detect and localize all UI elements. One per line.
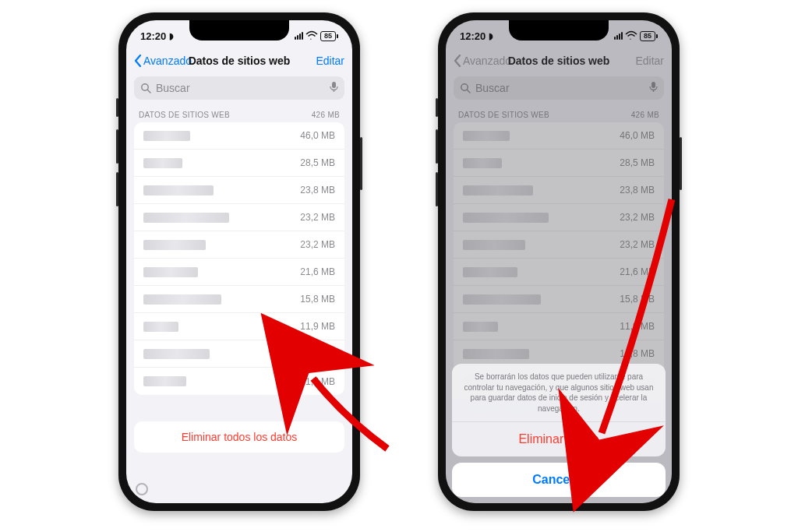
- screen: 12:20 ◗ 85 Avanzado: [446, 20, 672, 503]
- svg-point-0: [142, 84, 148, 90]
- status-time: 12:20: [140, 30, 166, 42]
- section-title: DATOS DE SITIOS WEB: [139, 111, 230, 119]
- battery-indicator: 85: [320, 31, 338, 41]
- dnd-moon-icon: ◗: [169, 31, 174, 41]
- site-name-redacted: [143, 376, 186, 386]
- cell-signal-icon: [295, 32, 303, 40]
- mute-switch: [116, 98, 118, 117]
- site-name-redacted: [143, 131, 190, 141]
- table-row[interactable]: 23,8 MB: [134, 177, 344, 204]
- table-row[interactable]: 28,5 MB: [134, 150, 344, 177]
- back-button[interactable]: Avanzado: [134, 55, 192, 67]
- site-name-redacted: [143, 213, 229, 223]
- table-row[interactable]: 15,8 MB: [134, 286, 344, 313]
- site-size: 46,0 MB: [300, 130, 335, 141]
- power-button: [360, 137, 362, 190]
- site-size: 11,8 MB: [300, 348, 335, 359]
- volume-up: [436, 129, 438, 164]
- site-name-redacted: [143, 294, 221, 305]
- site-name-redacted: [143, 185, 214, 196]
- svg-line-1: [148, 90, 151, 93]
- battery-indicator: 85: [640, 31, 658, 41]
- sheet-message: Se borrarán los datos que pueden utiliza…: [452, 364, 666, 422]
- site-name-redacted: [143, 158, 182, 168]
- volume-down: [436, 172, 438, 206]
- table-row[interactable]: 11,7 MB: [134, 368, 344, 395]
- table-row[interactable]: 23,2 MB: [134, 231, 344, 259]
- svg-rect-2: [332, 82, 336, 88]
- power-button: [680, 137, 682, 190]
- site-size: 15,8 MB: [300, 294, 335, 305]
- edit-button[interactable]: Editar: [316, 55, 344, 67]
- site-size: 11,9 MB: [300, 321, 335, 332]
- battery-level: 85: [640, 31, 655, 41]
- mic-icon[interactable]: [330, 81, 338, 95]
- screen: 12:20 ◗ 85 Avanzado: [126, 20, 352, 503]
- phone-right: 12:20 ◗ 85 Avanzado: [438, 12, 680, 511]
- battery-level: 85: [320, 31, 336, 41]
- dnd-moon-icon: ◗: [489, 31, 493, 41]
- search-input[interactable]: [156, 82, 325, 94]
- chevron-left-icon: [134, 55, 142, 67]
- notch: [509, 20, 609, 41]
- site-size: 23,2 MB: [300, 239, 335, 250]
- section-header: DATOS DE SITIOS WEB 426 MB: [126, 104, 352, 122]
- status-time: 12:20: [460, 30, 486, 42]
- wifi-icon: [626, 32, 637, 40]
- site-size: 21,6 MB: [300, 266, 335, 277]
- site-size: 28,5 MB: [300, 157, 335, 168]
- wifi-icon: [306, 32, 317, 40]
- site-name-redacted: [143, 267, 198, 277]
- cancel-button[interactable]: Cancelar: [452, 463, 666, 497]
- section-total: 426 MB: [312, 111, 340, 119]
- bottom-indicator-icon: [136, 483, 148, 495]
- site-size: 11,7 MB: [300, 376, 335, 387]
- delete-all-button[interactable]: Eliminar todos los datos: [134, 421, 344, 453]
- website-data-list[interactable]: 46,0 MB28,5 MB23,8 MB23,2 MB23,2 MB21,6 …: [134, 122, 344, 395]
- site-size: 23,2 MB: [300, 212, 335, 223]
- site-size: 23,8 MB: [300, 185, 335, 196]
- volume-up: [116, 129, 118, 164]
- table-row[interactable]: 11,8 MB: [134, 340, 344, 368]
- notch: [189, 20, 289, 41]
- table-row[interactable]: 21,6 MB: [134, 259, 344, 286]
- cell-signal-icon: [614, 32, 623, 40]
- table-row[interactable]: 11,9 MB: [134, 313, 344, 340]
- volume-down: [116, 172, 118, 206]
- table-row[interactable]: 23,2 MB: [134, 204, 344, 231]
- action-sheet: Se borrarán los datos que pueden utiliza…: [452, 364, 666, 497]
- site-name-redacted: [143, 322, 178, 332]
- table-row[interactable]: 46,0 MB: [134, 122, 344, 150]
- mute-switch: [436, 98, 438, 117]
- search-field[interactable]: [134, 76, 344, 100]
- site-name-redacted: [143, 240, 206, 250]
- search-icon: [140, 83, 151, 93]
- back-label: Avanzado: [143, 55, 192, 67]
- confirm-delete-button[interactable]: Eliminar ahora: [452, 422, 666, 456]
- nav-bar: Avanzado Datos de sitios web Editar: [126, 47, 352, 75]
- phone-left: 12:20 ◗ 85 Avanzado: [118, 12, 360, 511]
- site-name-redacted: [143, 349, 210, 359]
